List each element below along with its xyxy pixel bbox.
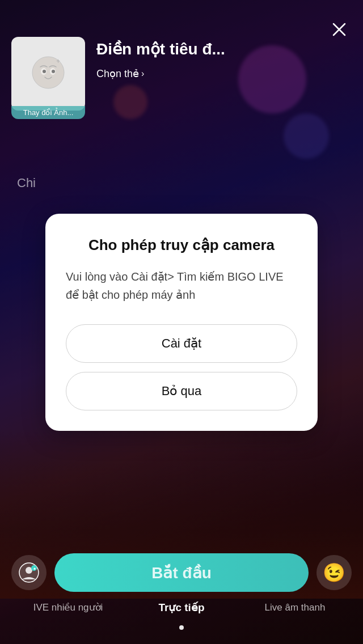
- dialog-message: Vui lòng vào Cài đặt> Tìm kiếm BIGO LIVE…: [66, 268, 297, 304]
- camera-permission-dialog: Cho phép truy cập camera Vui lòng vào Cà…: [45, 214, 318, 431]
- skip-button[interactable]: Bỏ qua: [66, 372, 297, 410]
- dialog-title: Cho phép truy cập camera: [66, 236, 297, 254]
- settings-button[interactable]: Cài đặt: [66, 324, 297, 363]
- dialog-overlay: Cho phép truy cập camera Vui lòng vào Cà…: [0, 0, 363, 644]
